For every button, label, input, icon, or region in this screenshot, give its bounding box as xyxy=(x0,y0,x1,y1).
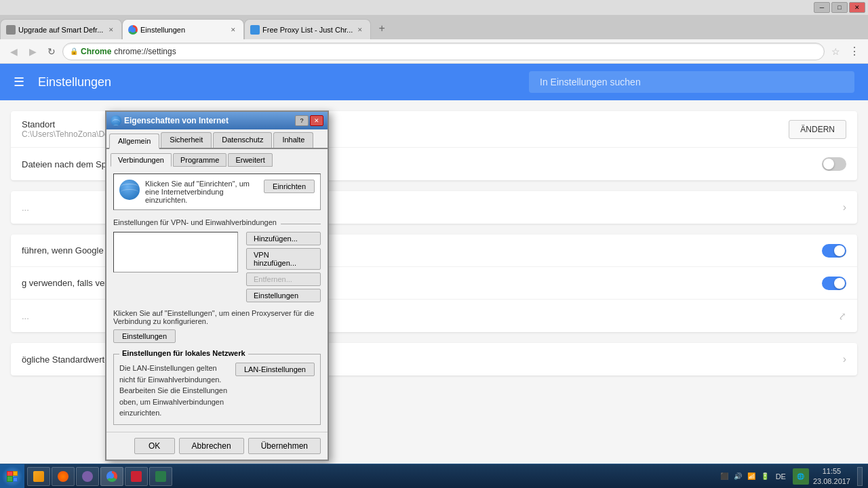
tray-icon-2: 🔊 xyxy=(732,471,743,482)
clipboard-icon xyxy=(155,471,166,482)
taskbar-app-chrome[interactable] xyxy=(100,467,123,486)
abbrechen-button[interactable]: Abbrechen xyxy=(179,438,244,454)
dialog-globe-icon xyxy=(119,180,140,200)
taskbar-apps xyxy=(24,467,713,486)
tab-close-1[interactable]: ✕ xyxy=(106,25,116,35)
tab-settings[interactable]: Einstellungen ✕ xyxy=(122,19,244,39)
sketch-icon xyxy=(131,471,142,482)
taskbar-right: ⬛ 🔊 📶 🔋 DE 🌐 11:55 23.08.2017 xyxy=(713,466,868,486)
dialog-einrichten-section: Klicken Sie auf "Einrichten", um eine In… xyxy=(113,174,321,210)
windows-logo-icon xyxy=(5,470,19,483)
tray-language: DE xyxy=(776,472,786,481)
taskbar-app-firefox[interactable] xyxy=(52,467,75,486)
taskbar-app-explorer[interactable] xyxy=(27,467,50,486)
entfernen-button[interactable]: Entfernen... xyxy=(246,272,321,286)
taskbar: ⬛ 🔊 📶 🔋 DE 🌐 11:55 23.08.2017 xyxy=(0,464,868,488)
tab-title-1: Upgrade auf Smart Defr... xyxy=(18,26,104,34)
dialog-tab-bar: Allgemein Sicherheit Datenschutz Inhalte xyxy=(106,129,328,149)
windows-icon-br xyxy=(13,477,18,482)
dialog-tab-inhalte[interactable]: Inhalte xyxy=(273,132,313,148)
dialog-subtab-bar: Verbindungen Programme Erweitert xyxy=(106,149,328,167)
tab-upgrade[interactable]: Upgrade auf Smart Defr... ✕ xyxy=(0,19,122,39)
vpn-list[interactable] xyxy=(113,232,238,272)
vpn-einstellungen-button[interactable]: Einstellungen xyxy=(246,289,321,302)
lan-desc: Die LAN-Einstellungen gelten nicht für E… xyxy=(119,363,230,419)
minimize-button[interactable]: ─ xyxy=(814,2,830,13)
network-icon: 🌐 xyxy=(793,468,809,485)
einrichten-text: Klicken Sie auf "Einrichten", um eine In… xyxy=(145,180,258,204)
internet-properties-dialog: Eigenschaften von Internet ? ✕ Allgemein… xyxy=(105,110,329,461)
dialog-icon xyxy=(111,115,121,126)
clock-date: 23.08.2017 xyxy=(813,476,850,486)
explorer-icon xyxy=(33,471,44,482)
dialog-overlay: Eigenschaften von Internet ? ✕ Allgemein… xyxy=(0,39,868,488)
dialog-subtab-verbindungen[interactable]: Verbindungen xyxy=(111,153,172,167)
system-tray: ⬛ 🔊 📶 🔋 DE xyxy=(719,471,789,482)
tab-close-3[interactable]: ✕ xyxy=(355,25,365,35)
taskbar-app-sketch[interactable] xyxy=(125,467,148,486)
proxy-einstellungen-button[interactable]: Einstellungen xyxy=(113,329,176,343)
tab-title-2: Einstellungen xyxy=(140,26,226,34)
einrichten-button[interactable]: Einrichten xyxy=(264,180,315,193)
tray-icon-battery: 🔋 xyxy=(760,471,770,482)
maximize-button[interactable]: □ xyxy=(831,2,848,13)
tab-title-3: Free Proxy List - Just Chr... xyxy=(262,26,353,34)
dialog-title: Eigenschaften von Internet xyxy=(124,116,292,125)
clock-time: 11:55 xyxy=(813,466,850,476)
tab-favicon-1 xyxy=(6,25,16,35)
close-button[interactable]: ✕ xyxy=(849,2,865,13)
dialog-titlebar: Eigenschaften von Internet ? ✕ xyxy=(106,112,328,129)
dialog-footer: OK Abbrechen Übernehmen xyxy=(106,432,328,460)
windows-icon-tr xyxy=(13,471,18,476)
tab-close-2[interactable]: ✕ xyxy=(229,25,238,35)
dialog-help-button[interactable]: ? xyxy=(295,115,309,126)
chrome-taskbar-icon xyxy=(106,471,117,482)
browser-title-bar: ─ □ ✕ xyxy=(0,0,868,15)
dialog-subtab-erweitert[interactable]: Erweitert xyxy=(228,153,272,167)
tab-favicon-2 xyxy=(128,25,138,35)
dialog-tab-sicherheit[interactable]: Sicherheit xyxy=(161,132,212,148)
dialog-body: Klicken Sie auf "Einrichten", um eine In… xyxy=(106,167,328,432)
tab-favicon-3 xyxy=(250,25,260,35)
lan-settings-button[interactable]: LAN-Einstellungen xyxy=(235,363,315,376)
dialog-subtab-programme[interactable]: Programme xyxy=(173,153,226,167)
ubernehmen-button[interactable]: Übernehmen xyxy=(248,438,321,454)
lan-section: Einstellungen für lokales Netzwerk Die L… xyxy=(113,354,321,425)
taskbar-clock: 11:55 23.08.2017 xyxy=(813,466,850,486)
lan-title: Einstellungen für lokales Netzwerk xyxy=(119,349,248,357)
tray-icon-1: ⬛ xyxy=(719,471,730,482)
tab-bar: Upgrade auf Smart Defr... ✕ Einstellunge… xyxy=(0,15,868,39)
firefox-icon xyxy=(58,471,68,482)
vpn-section: Einstellungen für VPN- und Einwahlverbin… xyxy=(113,216,321,305)
taskbar-app-viber[interactable] xyxy=(76,467,99,486)
show-desktop-button[interactable] xyxy=(857,467,863,486)
taskbar-app-clipboard[interactable] xyxy=(149,467,172,486)
tray-icon-3: 📶 xyxy=(746,471,757,482)
new-tab-button[interactable]: + xyxy=(374,20,390,37)
hinzufuegen-button[interactable]: Hinzufügen... xyxy=(246,232,321,245)
proxy-text: Klicken Sie auf "Einstellungen", um eine… xyxy=(113,309,321,325)
vpn-label: Einstellungen für VPN- und Einwahlverbin… xyxy=(113,218,277,226)
vpn-hinzufuegen-button[interactable]: VPN hinzufügen... xyxy=(246,248,321,270)
ok-button[interactable]: OK xyxy=(134,438,175,454)
dialog-tab-datenschutz[interactable]: Datenschutz xyxy=(213,132,272,148)
dialog-close-button[interactable]: ✕ xyxy=(310,115,323,126)
tab-proxy[interactable]: Free Proxy List - Just Chr... ✕ xyxy=(244,19,371,39)
dialog-tab-allgemein[interactable]: Allgemein xyxy=(109,134,159,149)
viber-icon xyxy=(82,471,93,482)
start-button[interactable] xyxy=(0,464,24,489)
dialog-controls: ? ✕ xyxy=(295,115,323,126)
proxy-section: Klicken Sie auf "Einstellungen", um eine… xyxy=(113,305,321,347)
